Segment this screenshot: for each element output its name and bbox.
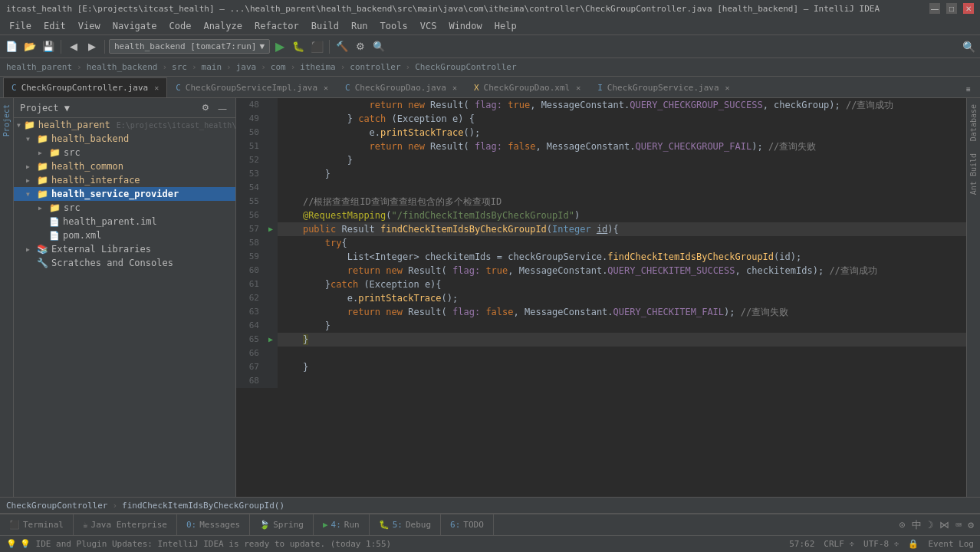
tab-checkgroupserviceimpl[interactable]: C CheckGroupServiceImpl.java ✕ xyxy=(167,77,337,97)
toolbar-more1[interactable]: ⚙ xyxy=(352,38,369,55)
spring-label: Spring xyxy=(273,520,304,530)
bottom-tab-messages[interactable]: 0: Messages xyxy=(177,514,250,535)
tab-close-4[interactable]: ✕ xyxy=(576,84,580,92)
menu-help[interactable]: Help xyxy=(488,17,523,34)
menu-tools[interactable]: Tools xyxy=(374,17,414,34)
menu-build[interactable]: Build xyxy=(305,17,345,34)
tree-src-backend[interactable]: ▶ 📁 src xyxy=(14,146,235,159)
bottom-tab-terminal[interactable]: ⬛ Terminal xyxy=(0,514,74,535)
gutter-55 xyxy=(264,195,278,209)
tree-health-service-provider[interactable]: ▼ 📁 health_service_provider xyxy=(14,187,235,201)
status-line-ending[interactable]: CRLF ÷ xyxy=(824,539,854,549)
bottom-tab-debug[interactable]: 🐛 5: Debug xyxy=(370,514,441,535)
line-num-63: 63 xyxy=(236,305,264,319)
breadcrumb-bar: CheckGroupController › findCheckItemIdsB… xyxy=(0,497,980,514)
bottom-tool-2[interactable]: 中 xyxy=(912,518,922,532)
bc-method[interactable]: findCheckItemIdsByCheckGroupId() xyxy=(122,501,284,511)
gutter-59 xyxy=(264,250,278,264)
status-event-log[interactable]: Event Log xyxy=(928,539,974,549)
bottom-tool-4[interactable]: ⋈ xyxy=(939,519,949,531)
tree-external-libraries[interactable]: ▶ 📚 External Libraries xyxy=(14,242,235,256)
menu-code[interactable]: Code xyxy=(163,17,198,34)
right-label-ant[interactable]: Ant Build xyxy=(968,147,979,201)
tree-src-service[interactable]: ▶ 📁 src xyxy=(14,201,235,215)
path-itheima[interactable]: itheima xyxy=(297,62,338,72)
path-com[interactable]: com xyxy=(268,62,289,72)
stop-button[interactable]: ⬛ xyxy=(308,38,325,55)
tab-checkgroupservice[interactable]: I CheckGroupService.java ✕ xyxy=(589,77,738,97)
project-tree: ▼ 📁 health_parent E:\projects\itcast_hea… xyxy=(14,118,235,497)
tree-pom-xml[interactable]: ▶ 📄 pom.xml xyxy=(14,228,235,242)
bottom-tool-6[interactable]: ⚙ xyxy=(968,519,974,531)
run-button[interactable]: ▶ xyxy=(271,38,288,55)
tab-checkgroupcontroller[interactable]: C CheckGroupController.java ✕ xyxy=(3,77,167,97)
tab-checkgroupdao[interactable]: C CheckGroupDao.java ✕ xyxy=(337,77,465,97)
path-java[interactable]: java xyxy=(233,62,260,72)
sidebar-minimize[interactable]: — xyxy=(215,101,229,115)
bc-controller[interactable]: CheckGroupController xyxy=(6,501,107,511)
maximize-button[interactable]: □ xyxy=(946,3,957,14)
right-label-database[interactable]: Database xyxy=(968,98,979,147)
code-text-62: e.printStackTrace(); xyxy=(278,291,966,305)
menu-window[interactable]: Window xyxy=(442,17,488,34)
path-src[interactable]: src xyxy=(169,62,190,72)
menu-run[interactable]: Run xyxy=(345,17,374,34)
path-main[interactable]: main xyxy=(199,62,225,72)
line-num-67: 67 xyxy=(236,360,264,374)
path-health-backend[interactable]: health_backend xyxy=(84,62,161,72)
status-encoding[interactable]: UTF-8 ÷ xyxy=(863,539,899,549)
menu-file[interactable]: File xyxy=(3,17,38,34)
code-scroll-area[interactable]: 48 return new Result( flag: true, Messag… xyxy=(236,98,966,497)
bottom-tab-spring[interactable]: 🍃 Spring xyxy=(250,514,314,535)
close-button[interactable]: ✕ xyxy=(963,3,974,14)
tree-scratches[interactable]: ▶ 🔧 Scratches and Consoles xyxy=(14,256,235,270)
bottom-tool-5[interactable]: ⌨ xyxy=(955,519,962,531)
status-position[interactable]: 57:62 xyxy=(789,539,814,549)
tab-close-2[interactable]: ✕ xyxy=(324,84,328,92)
menu-edit[interactable]: Edit xyxy=(38,17,72,34)
path-class[interactable]: CheckGroupController xyxy=(412,62,519,72)
vtab-project[interactable]: Project xyxy=(1,98,12,143)
path-health-parent[interactable]: health_parent xyxy=(3,62,75,72)
toolbar-back[interactable]: ◀ xyxy=(65,38,82,55)
menu-vcs[interactable]: VCS xyxy=(414,17,443,34)
menu-analyze[interactable]: Analyze xyxy=(197,17,248,34)
code-line-52: 52 } xyxy=(236,153,966,167)
run-config-selector[interactable]: health_backend [tomcat7:run] ▼ xyxy=(109,39,270,54)
status-message: 💡 IDE and Plugin Updates: IntelliJ IDEA … xyxy=(20,539,391,549)
toolbar-forward[interactable]: ▶ xyxy=(84,38,100,55)
bottom-tab-run[interactable]: ▶ 4: Run xyxy=(314,514,370,535)
code-area: 48 return new Result( flag: true, Messag… xyxy=(236,98,980,497)
label-pom-xml: pom.xml xyxy=(63,230,102,241)
tab-close-1[interactable]: ✕ xyxy=(154,84,159,92)
menu-navigate[interactable]: Navigate xyxy=(107,17,163,34)
tab-close-5[interactable]: ✕ xyxy=(725,84,730,92)
run-label: Run xyxy=(344,520,360,530)
tree-health-parent[interactable]: ▼ 📁 health_parent E:\projects\itcast_hea… xyxy=(14,118,235,132)
tab-overflow[interactable]: ≡ xyxy=(960,80,977,97)
code-line-58: 58 try{ xyxy=(236,236,966,250)
sidebar-gear[interactable]: ⚙ xyxy=(199,101,212,115)
tree-health-parent-iml[interactable]: ▶ 📄 health_parent.iml xyxy=(14,215,235,228)
toolbar-open[interactable]: 📂 xyxy=(21,38,38,55)
bottom-tab-java-enterprise[interactable]: ☕ Java Enterprise xyxy=(74,514,177,535)
bottom-tab-todo[interactable]: 6: TODO xyxy=(441,514,494,535)
path-controller[interactable]: controller xyxy=(347,62,403,72)
tree-health-interface[interactable]: ▶ 📁 health_interface xyxy=(14,173,235,187)
build-button[interactable]: 🔨 xyxy=(334,38,350,55)
menu-view[interactable]: View xyxy=(72,17,107,34)
bottom-tool-1[interactable]: ⊙ xyxy=(899,519,906,531)
menu-refactor[interactable]: Refactor xyxy=(248,17,305,34)
label-src-service: src xyxy=(64,202,81,213)
minimize-button[interactable]: — xyxy=(929,3,940,14)
tree-health-backend[interactable]: ▼ 📁 health_backend xyxy=(14,132,235,146)
tab-close-3[interactable]: ✕ xyxy=(452,84,457,92)
tree-health-common[interactable]: ▶ 📁 health_common xyxy=(14,159,235,173)
tab-checkgroupdaoxml[interactable]: X CheckGroupDao.xml ✕ xyxy=(465,77,589,97)
debug-button[interactable]: 🐛 xyxy=(290,38,307,55)
toolbar-new[interactable]: 📄 xyxy=(3,38,20,55)
toolbar-save[interactable]: 💾 xyxy=(40,38,57,55)
search-everywhere[interactable]: 🔍 xyxy=(960,38,977,55)
toolbar-more2[interactable]: 🔍 xyxy=(370,38,387,55)
bottom-tool-3[interactable]: ☽ xyxy=(928,519,934,531)
